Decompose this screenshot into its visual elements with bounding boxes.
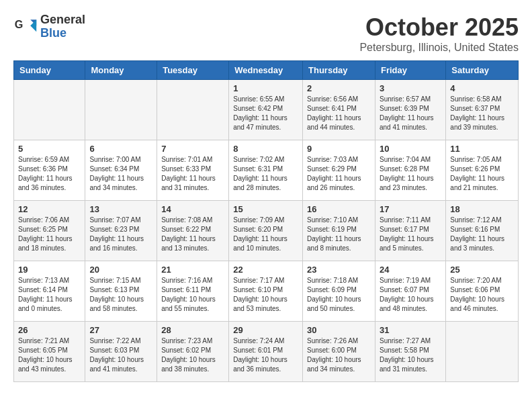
day-cell: [446, 322, 519, 382]
title-area: October 2025 Petersburg, Illinois, Unite…: [359, 13, 519, 54]
day-number: 4: [450, 83, 514, 93]
day-cell: 2Sunrise: 6:56 AM Sunset: 6:41 PM Daylig…: [303, 80, 375, 140]
day-cell: 6Sunrise: 7:00 AM Sunset: 6:34 PM Daylig…: [85, 140, 157, 201]
day-info: Sunrise: 7:13 AM Sunset: 6:14 PM Dayligh…: [18, 276, 81, 314]
day-cell: 15Sunrise: 7:09 AM Sunset: 6:20 PM Dayli…: [229, 201, 303, 261]
day-number: 12: [18, 204, 81, 214]
day-number: 16: [307, 204, 371, 214]
month-title: October 2025: [359, 13, 519, 42]
day-info: Sunrise: 7:08 AM Sunset: 6:22 PM Dayligh…: [161, 216, 224, 253]
day-cell: 30Sunrise: 7:26 AM Sunset: 6:00 PM Dayli…: [303, 322, 375, 382]
day-number: 21: [161, 265, 224, 275]
day-info: Sunrise: 6:56 AM Sunset: 6:41 PM Dayligh…: [307, 95, 371, 132]
day-info: Sunrise: 7:19 AM Sunset: 6:07 PM Dayligh…: [380, 276, 441, 314]
day-cell: 23Sunrise: 7:18 AM Sunset: 6:09 PM Dayli…: [303, 261, 375, 322]
day-info: Sunrise: 7:17 AM Sunset: 6:10 PM Dayligh…: [233, 276, 298, 314]
day-number: 25: [450, 265, 514, 275]
day-number: 19: [18, 265, 81, 275]
day-number: 14: [161, 204, 224, 214]
day-cell: 14Sunrise: 7:08 AM Sunset: 6:22 PM Dayli…: [157, 201, 229, 261]
day-info: Sunrise: 7:27 AM Sunset: 5:58 PM Dayligh…: [380, 336, 441, 374]
day-cell: 11Sunrise: 7:05 AM Sunset: 6:26 PM Dayli…: [446, 140, 519, 201]
day-info: Sunrise: 7:18 AM Sunset: 6:09 PM Dayligh…: [307, 276, 371, 314]
day-info: Sunrise: 7:09 AM Sunset: 6:20 PM Dayligh…: [233, 216, 298, 253]
day-cell: 1Sunrise: 6:55 AM Sunset: 6:42 PM Daylig…: [229, 80, 303, 140]
day-cell: 29Sunrise: 7:24 AM Sunset: 6:01 PM Dayli…: [229, 322, 303, 382]
calendar: SundayMondayTuesdayWednesdayThursdayFrid…: [13, 60, 519, 382]
day-number: 5: [18, 144, 81, 154]
day-info: Sunrise: 7:03 AM Sunset: 6:29 PM Dayligh…: [307, 155, 371, 193]
day-cell: [85, 80, 157, 140]
day-number: 23: [307, 265, 371, 275]
day-cell: 19Sunrise: 7:13 AM Sunset: 6:14 PM Dayli…: [14, 261, 85, 322]
day-number: 3: [380, 83, 441, 93]
day-cell: 5Sunrise: 6:59 AM Sunset: 6:36 PM Daylig…: [14, 140, 85, 201]
day-info: Sunrise: 7:20 AM Sunset: 6:06 PM Dayligh…: [450, 276, 514, 314]
day-info: Sunrise: 7:11 AM Sunset: 6:17 PM Dayligh…: [380, 216, 441, 253]
day-info: Sunrise: 6:55 AM Sunset: 6:42 PM Dayligh…: [233, 95, 298, 132]
location: Petersburg, Illinois, United States: [359, 42, 519, 54]
weekday-header-tuesday: Tuesday: [157, 61, 229, 80]
day-cell: 28Sunrise: 7:23 AM Sunset: 6:02 PM Dayli…: [157, 322, 229, 382]
weekday-header-monday: Monday: [85, 61, 157, 80]
day-cell: 4Sunrise: 6:58 AM Sunset: 6:37 PM Daylig…: [446, 80, 519, 140]
day-info: Sunrise: 7:06 AM Sunset: 6:25 PM Dayligh…: [18, 216, 81, 253]
day-info: Sunrise: 7:01 AM Sunset: 6:33 PM Dayligh…: [161, 155, 224, 193]
week-row-3: 12Sunrise: 7:06 AM Sunset: 6:25 PM Dayli…: [14, 201, 519, 261]
day-number: 26: [18, 325, 81, 335]
day-number: 30: [307, 325, 371, 335]
day-number: 22: [233, 265, 298, 275]
day-info: Sunrise: 7:05 AM Sunset: 6:26 PM Dayligh…: [450, 155, 514, 193]
week-row-2: 5Sunrise: 6:59 AM Sunset: 6:36 PM Daylig…: [14, 140, 519, 201]
day-number: 10: [380, 144, 441, 154]
day-number: 1: [233, 83, 298, 93]
day-cell: [14, 80, 85, 140]
day-info: Sunrise: 6:57 AM Sunset: 6:39 PM Dayligh…: [380, 95, 441, 132]
day-number: 2: [307, 83, 371, 93]
day-number: 7: [161, 144, 224, 154]
day-cell: 13Sunrise: 7:07 AM Sunset: 6:23 PM Dayli…: [85, 201, 157, 261]
day-cell: 26Sunrise: 7:21 AM Sunset: 6:05 PM Dayli…: [14, 322, 85, 382]
day-info: Sunrise: 7:07 AM Sunset: 6:23 PM Dayligh…: [89, 216, 152, 253]
weekday-header-thursday: Thursday: [303, 61, 375, 80]
day-cell: 18Sunrise: 7:12 AM Sunset: 6:16 PM Dayli…: [446, 201, 519, 261]
day-cell: 31Sunrise: 7:27 AM Sunset: 5:58 PM Dayli…: [375, 322, 445, 382]
week-row-1: 1Sunrise: 6:55 AM Sunset: 6:42 PM Daylig…: [14, 80, 519, 140]
svg-text:G: G: [15, 18, 24, 30]
day-cell: 22Sunrise: 7:17 AM Sunset: 6:10 PM Dayli…: [229, 261, 303, 322]
week-row-4: 19Sunrise: 7:13 AM Sunset: 6:14 PM Dayli…: [14, 261, 519, 322]
day-cell: 9Sunrise: 7:03 AM Sunset: 6:29 PM Daylig…: [303, 140, 375, 201]
day-number: 17: [380, 204, 441, 214]
day-cell: 7Sunrise: 7:01 AM Sunset: 6:33 PM Daylig…: [157, 140, 229, 201]
weekday-header-row: SundayMondayTuesdayWednesdayThursdayFrid…: [14, 61, 519, 80]
day-info: Sunrise: 6:58 AM Sunset: 6:37 PM Dayligh…: [450, 95, 514, 132]
weekday-header-wednesday: Wednesday: [229, 61, 303, 80]
day-info: Sunrise: 7:23 AM Sunset: 6:02 PM Dayligh…: [161, 336, 224, 374]
day-number: 20: [89, 265, 152, 275]
day-cell: [157, 80, 229, 140]
day-info: Sunrise: 7:00 AM Sunset: 6:34 PM Dayligh…: [89, 155, 152, 193]
day-cell: 20Sunrise: 7:15 AM Sunset: 6:13 PM Dayli…: [85, 261, 157, 322]
logo-icon: G: [13, 15, 38, 39]
header: G General Blue October 2025 Petersburg, …: [13, 13, 519, 54]
day-info: Sunrise: 7:15 AM Sunset: 6:13 PM Dayligh…: [89, 276, 152, 314]
day-info: Sunrise: 7:04 AM Sunset: 6:28 PM Dayligh…: [380, 155, 441, 193]
logo-text: General Blue: [40, 13, 85, 40]
day-number: 31: [380, 325, 441, 335]
day-cell: 25Sunrise: 7:20 AM Sunset: 6:06 PM Dayli…: [446, 261, 519, 322]
day-info: Sunrise: 7:12 AM Sunset: 6:16 PM Dayligh…: [450, 216, 514, 253]
day-info: Sunrise: 7:22 AM Sunset: 6:03 PM Dayligh…: [89, 336, 152, 374]
day-number: 15: [233, 204, 298, 214]
logo: G General Blue: [13, 13, 85, 40]
day-cell: 10Sunrise: 7:04 AM Sunset: 6:28 PM Dayli…: [375, 140, 445, 201]
day-number: 18: [450, 204, 514, 214]
day-info: Sunrise: 7:24 AM Sunset: 6:01 PM Dayligh…: [233, 336, 298, 374]
weekday-header-saturday: Saturday: [446, 61, 519, 80]
day-info: Sunrise: 6:59 AM Sunset: 6:36 PM Dayligh…: [18, 155, 81, 193]
day-cell: 21Sunrise: 7:16 AM Sunset: 6:11 PM Dayli…: [157, 261, 229, 322]
day-number: 8: [233, 144, 298, 154]
day-info: Sunrise: 7:10 AM Sunset: 6:19 PM Dayligh…: [307, 216, 371, 253]
day-cell: 27Sunrise: 7:22 AM Sunset: 6:03 PM Dayli…: [85, 322, 157, 382]
day-info: Sunrise: 7:02 AM Sunset: 6:31 PM Dayligh…: [233, 155, 298, 193]
day-cell: 8Sunrise: 7:02 AM Sunset: 6:31 PM Daylig…: [229, 140, 303, 201]
